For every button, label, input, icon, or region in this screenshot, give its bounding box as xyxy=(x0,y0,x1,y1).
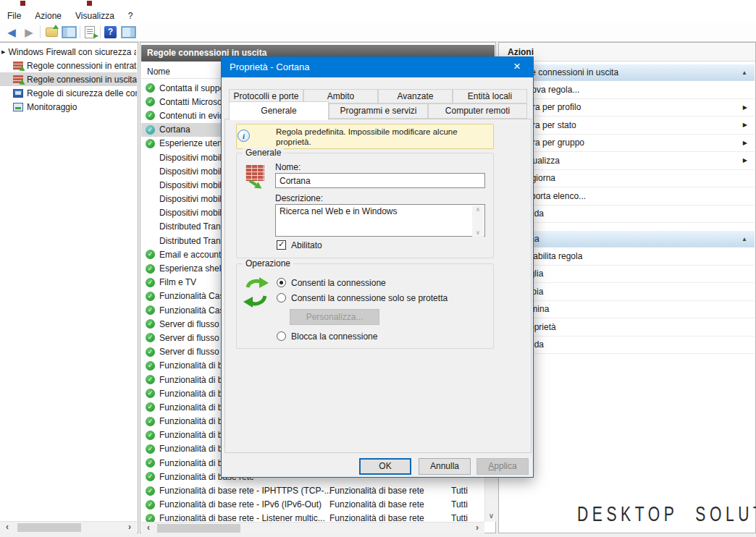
name-label: Nome: xyxy=(275,162,301,172)
rule-status-icon xyxy=(146,389,155,398)
actions-panel-title: Azioni xyxy=(499,43,755,62)
submenu-arrow-icon xyxy=(743,157,747,164)
personalizza-button[interactable]: Personalizza... xyxy=(290,309,379,325)
tree-item-inbound-rules[interactable]: Regole connessioni in entrata xyxy=(0,59,137,72)
monitoring-icon xyxy=(13,103,23,111)
tab-computer-remoti[interactable]: Computer remoti xyxy=(428,103,527,119)
export-folder-icon[interactable] xyxy=(46,28,58,37)
action-item[interactable]: Filtra per stato xyxy=(500,117,755,135)
actions-panel: Azioni Regole connessioni in uscita Nuov… xyxy=(498,42,756,533)
console-tree-panel: Windows Firewall con sicurezza avanzata … xyxy=(0,42,138,533)
cancel-button[interactable]: Annulla xyxy=(419,458,471,475)
dialog-title: Proprietà - Cortana xyxy=(222,57,533,77)
rule-name: Dispositivi mobili xyxy=(159,208,224,218)
rule-profile: Tutti xyxy=(451,486,468,496)
tab-entita-locali[interactable]: Entità locali xyxy=(453,89,527,103)
rule-row[interactable]: Funzionalità di base rete - Listener mul… xyxy=(141,512,484,522)
forward-icon[interactable] xyxy=(22,25,36,40)
titlebar-artifact xyxy=(87,1,92,6)
action-item[interactable]: Elimina xyxy=(500,301,755,319)
actions-section-cortana[interactable]: Cortana xyxy=(500,231,755,248)
toolbar-separator xyxy=(80,26,80,38)
rule-status-icon xyxy=(146,472,155,481)
group-operazione-label: Operazione xyxy=(243,258,293,268)
tree-item-label: Regole connessioni in uscita xyxy=(27,75,137,85)
show-console-tree-icon[interactable] xyxy=(62,27,76,38)
action-item[interactable]: Filtra per profilo xyxy=(500,99,755,117)
rule-status-icon xyxy=(146,361,155,371)
scrollbar-thumb[interactable] xyxy=(157,524,240,533)
tree-item-connection-security[interactable]: Regole di sicurezza delle connessioni xyxy=(0,86,137,100)
menu-file[interactable]: File xyxy=(7,11,21,21)
rule-status-icon xyxy=(146,431,155,440)
action-item[interactable]: Copia xyxy=(500,283,755,301)
enabled-checkbox[interactable] xyxy=(277,240,286,250)
description-scrollbar[interactable] xyxy=(472,206,484,237)
action-item[interactable]: Disabilita regola xyxy=(500,248,755,266)
action-item[interactable]: Filtra per gruppo xyxy=(500,135,755,153)
action-item[interactable]: Proprietà xyxy=(500,318,755,337)
action-item[interactable]: Nuova regola... xyxy=(500,81,755,99)
rule-row[interactable]: Funzionalità di base rete - IPHTTPS (TCP… xyxy=(141,483,484,497)
rule-group: Funzionalità di base rete xyxy=(329,486,424,496)
action-item[interactable]: Visualizza xyxy=(500,152,755,170)
action-item[interactable]: Esporta elenco... xyxy=(500,187,755,206)
app-window: File Azione Visualizza ? Windows Firewal… xyxy=(0,0,756,537)
actions-section-outbound-rules[interactable]: Regole connessioni in uscita xyxy=(500,64,755,81)
export-list-icon[interactable] xyxy=(85,26,95,38)
rule-group: Funzionalità di base rete xyxy=(329,499,424,509)
rule-name: Film e TV xyxy=(159,277,196,287)
tree-horizontal-scrollbar[interactable] xyxy=(0,521,137,533)
rule-name: Cortana xyxy=(159,124,190,135)
rule-status-icon xyxy=(146,97,155,106)
radio-block-connection[interactable] xyxy=(277,331,286,341)
rules-horizontal-scrollbar[interactable] xyxy=(141,522,484,533)
ok-button[interactable]: OK xyxy=(359,458,411,475)
rule-name: Email e account xyxy=(159,250,221,260)
menu-help[interactable]: ? xyxy=(128,11,133,21)
apply-button[interactable]: Applica xyxy=(476,458,529,475)
menu-azione[interactable]: Azione xyxy=(35,11,62,21)
tree-item-outbound-rules[interactable]: Regole connessioni in uscita xyxy=(0,72,137,86)
menu-visualizza[interactable]: Visualizza xyxy=(75,11,114,21)
actions-section-items: Disabilita regola Taglia Copia E xyxy=(500,248,755,354)
description-field[interactable]: Ricerca nel Web e in Windows xyxy=(275,204,485,237)
action-item[interactable]: Taglia xyxy=(500,266,755,284)
scroll-left-icon[interactable] xyxy=(143,523,154,534)
scroll-right-icon[interactable] xyxy=(471,523,483,534)
group-operazione: Operazione Consenti la connessione Conse… xyxy=(236,263,494,349)
tree-root-firewall[interactable]: Windows Firewall con sicurezza avanzata xyxy=(0,46,136,59)
rule-row[interactable]: Funzionalità di base rete - IPv6 (IPv6-O… xyxy=(141,498,484,512)
action-item[interactable]: Guida xyxy=(500,337,755,355)
collapse-icon[interactable] xyxy=(742,69,747,76)
rule-status-icon xyxy=(146,278,155,287)
collapse-icon[interactable] xyxy=(742,236,747,242)
action-item[interactable]: Aggiorna xyxy=(500,170,755,188)
tab-programmi-e-servizi[interactable]: Programmi e servizi xyxy=(329,103,428,119)
tab-generale[interactable]: Generale xyxy=(229,101,329,120)
rule-status-icon xyxy=(146,292,155,301)
scrollbar-thumb[interactable] xyxy=(17,523,81,532)
radio-allow-connection[interactable] xyxy=(277,278,286,287)
window-bottom-edge xyxy=(0,533,756,537)
action-item[interactable]: Guida xyxy=(500,206,755,224)
show-action-pane-icon[interactable] xyxy=(122,27,135,38)
help-icon[interactable] xyxy=(104,26,117,38)
rule-status-icon xyxy=(146,458,155,468)
expander-icon[interactable] xyxy=(1,49,5,55)
radio-allow-secure[interactable] xyxy=(277,293,286,303)
tree-item-monitoring[interactable]: Monitoraggio xyxy=(0,100,137,114)
rule-status-icon xyxy=(146,305,155,315)
firewall-rule-icon xyxy=(245,165,264,181)
scroll-down-icon[interactable] xyxy=(485,509,497,522)
close-icon[interactable] xyxy=(501,57,533,77)
scroll-left-icon[interactable] xyxy=(1,522,13,533)
scroll-right-icon[interactable] xyxy=(124,522,135,533)
rule-status-icon xyxy=(146,111,155,120)
name-field[interactable] xyxy=(275,173,485,188)
back-icon[interactable] xyxy=(4,25,19,40)
green-cycle-arrows-icon xyxy=(243,276,270,311)
rule-status-icon xyxy=(146,125,155,135)
tab-avanzate[interactable]: Avanzate xyxy=(378,89,453,103)
rule-name: Dispositivi mobili xyxy=(159,166,224,177)
